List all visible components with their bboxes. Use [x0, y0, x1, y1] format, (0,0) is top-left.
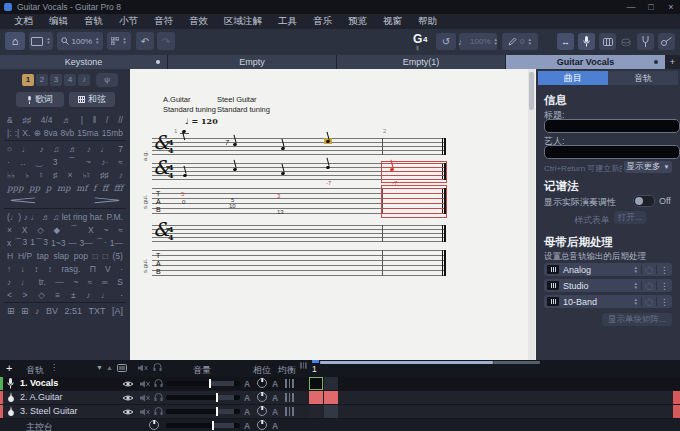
symbol-button[interactable]: ♪ [119, 170, 123, 180]
mute-all-icon[interactable] [138, 364, 148, 372]
symbol-button[interactable]: 8va [44, 128, 58, 138]
symbol-button[interactable]: 1~3 [51, 238, 65, 248]
tab-number[interactable]: 5 [181, 191, 184, 197]
symbol-button[interactable]: × [67, 170, 72, 180]
pan-knob[interactable] [257, 392, 267, 402]
symbol-button[interactable]: ⌒ [70, 224, 79, 236]
track-name[interactable]: 3. Steel Guitar [20, 405, 78, 418]
symbol-button[interactable]: ♯♯ [100, 170, 109, 180]
edition-control[interactable]: 0 ▲▼ [502, 33, 538, 50]
symbol-button[interactable]: ↑ [7, 264, 11, 274]
symbol-button[interactable]: slap [53, 251, 69, 261]
relative-speed-control[interactable]: ♩ 100% ▲▼ [459, 33, 497, 50]
add-tab-button[interactable]: + [666, 55, 680, 69]
master-fx-slot-analog[interactable]: Analog ▲▼ ⋮ [544, 263, 672, 276]
menu-item[interactable]: 编辑 [41, 15, 76, 28]
master-gain-knob[interactable] [149, 420, 159, 430]
display-mode-button[interactable]: ▲▼ [29, 32, 53, 50]
symbol-button[interactable]: > [23, 290, 28, 300]
symbol-button[interactable]: □ [93, 251, 98, 261]
dynamic-button[interactable]: pp [29, 183, 40, 193]
tuner-button[interactable] [637, 33, 654, 50]
solo-all-icon[interactable] [153, 363, 162, 372]
symbol-button[interactable]: ≈ [118, 225, 123, 235]
symbol-button[interactable]: ≈ [88, 277, 93, 287]
tuning-fork-button[interactable]: ψ [96, 73, 118, 87]
symbol-button[interactable]: ⊕ [33, 128, 40, 138]
dynamic-button[interactable]: mp [57, 183, 71, 193]
pan-automation[interactable]: A [272, 393, 278, 403]
pan-automation[interactable]: A [272, 407, 278, 417]
playhead-marker[interactable] [312, 360, 319, 363]
visibility-eye-icon[interactable] [122, 408, 134, 416]
tab-track[interactable]: 音轨 [608, 71, 678, 85]
show-matrix-button[interactable]: 显示单块矩阵... [602, 313, 672, 326]
symbol-button[interactable]: 3 [53, 157, 58, 167]
symbol-button[interactable]: ♭ [25, 170, 29, 180]
voice-4-button[interactable]: 4 [64, 74, 76, 86]
symbol-button[interactable]: ♪ [86, 290, 90, 300]
menu-item[interactable]: 文档 [6, 15, 41, 28]
tab-number[interactable]: -7 [326, 180, 331, 186]
undo-button[interactable]: ↶ [136, 32, 154, 50]
doc-tab-keystone[interactable]: Keystone [0, 55, 168, 69]
mute-icon[interactable] [140, 380, 150, 388]
symbol-button[interactable]: :| [15, 128, 20, 138]
dynamic-button[interactable]: ff [102, 183, 108, 193]
pan-automation[interactable]: A [272, 379, 278, 389]
layout-button[interactable]: ▲▼ [107, 32, 131, 50]
bar-cell[interactable] [309, 391, 323, 404]
menu-item[interactable]: 区域注解 [216, 15, 270, 28]
pan-knob[interactable] [257, 378, 267, 388]
symbol-button[interactable]: Π [90, 264, 96, 274]
artist-input[interactable] [544, 145, 680, 159]
eq-button[interactable] [285, 391, 294, 404]
title-input[interactable] [544, 119, 680, 133]
symbol-button[interactable]: ♩ [21, 277, 30, 287]
symbol-button[interactable]: 1⌒3 [30, 237, 48, 249]
volume-automation[interactable]: A [244, 393, 250, 403]
symbol-button[interactable]: — [68, 238, 77, 248]
track-row-vocals[interactable]: 1. Vocals A A [0, 377, 680, 390]
bar-cell[interactable] [309, 377, 323, 390]
symbol-button[interactable]: × [7, 225, 12, 235]
slot-stepper[interactable]: ▲▼ [634, 266, 638, 274]
symbol-button[interactable]: X. [22, 128, 30, 138]
master-pan-automation[interactable]: A [272, 421, 278, 431]
symbol-button[interactable]: ♪ [24, 212, 28, 222]
slot-stepper[interactable]: ▲▼ [634, 298, 638, 306]
dynamic-button[interactable]: ppp [7, 183, 23, 193]
menu-item[interactable]: 小节 [111, 15, 146, 28]
add-track-button[interactable]: + [6, 362, 12, 374]
tab-number[interactable]: 10 [229, 203, 236, 209]
symbol-button[interactable]: ± [71, 290, 76, 300]
eq-button[interactable] [285, 377, 294, 390]
tab-song[interactable]: 曲目 [538, 71, 608, 85]
symbol-button[interactable]: · [120, 290, 123, 300]
symbol-button[interactable]: ♪ [39, 144, 43, 154]
symbol-button[interactable]: ◆ [53, 225, 60, 235]
symbol-button[interactable]: ⌒· [96, 237, 107, 249]
symbol-button[interactable]: // [118, 115, 123, 125]
open-stylesheet-button[interactable]: 打开... [614, 211, 646, 224]
doc-tab-empty[interactable]: Empty [168, 55, 337, 69]
symbol-button[interactable]: ⊞ [7, 306, 15, 316]
pan-knob[interactable] [257, 406, 267, 416]
symbol-button[interactable]: 4/4 [41, 115, 53, 125]
symbol-button[interactable]: ♩ [22, 144, 31, 154]
symbol-button[interactable]: ‥ [20, 157, 26, 167]
symbol-button[interactable]: ♬ [62, 115, 71, 125]
dynamic-button[interactable]: mf [76, 183, 87, 193]
close-button[interactable]: × [662, 0, 680, 14]
symbol-button[interactable]: / [106, 115, 108, 125]
symbol-button[interactable]: · [7, 157, 10, 167]
symbol-button[interactable]: < [7, 290, 12, 300]
bar-cell[interactable] [324, 377, 338, 390]
eq-button[interactable] [285, 405, 294, 418]
symbol-button[interactable]: ♮ [40, 170, 43, 180]
menu-item[interactable]: 音乐 [305, 15, 340, 28]
symbol-button[interactable]: har. [90, 212, 104, 222]
symbol-button[interactable]: 15mb [102, 128, 123, 138]
symbol-button[interactable]: [A] [112, 306, 123, 316]
symbol-button[interactable]: ♪· [101, 157, 108, 167]
